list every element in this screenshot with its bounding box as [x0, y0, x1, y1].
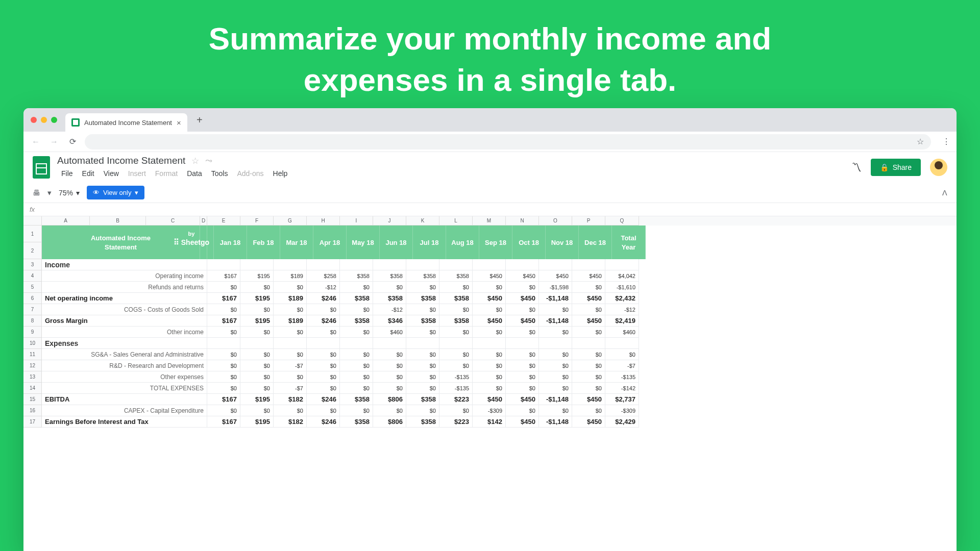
value-cell[interactable]: $0 — [506, 383, 539, 394]
column-header[interactable]: O — [539, 216, 572, 226]
month-header[interactable]: Nov 18 — [546, 226, 579, 259]
value-cell[interactable]: -$135 — [439, 371, 473, 383]
value-cell[interactable]: $450 — [539, 270, 572, 282]
value-cell[interactable]: $346 — [373, 315, 406, 327]
menu-addons[interactable]: Add-ons — [233, 167, 267, 180]
value-cell[interactable]: $182 — [274, 394, 307, 405]
value-cell[interactable]: $0 — [274, 304, 307, 315]
value-cell[interactable]: $0 — [340, 383, 373, 394]
value-cell[interactable]: $223 — [439, 416, 473, 428]
value-cell[interactable]: $0 — [340, 360, 373, 371]
row-label-cell[interactable]: Operating income — [42, 270, 207, 282]
value-cell[interactable]: $0 — [406, 349, 439, 360]
value-cell[interactable]: $0 — [307, 327, 340, 338]
browser-menu-button[interactable]: ⋮ — [942, 137, 950, 146]
empty-cell[interactable] — [506, 259, 539, 270]
close-window-button[interactable] — [31, 117, 37, 123]
value-cell[interactable]: $189 — [274, 293, 307, 304]
row-header[interactable]: 11 — [23, 349, 42, 360]
value-cell[interactable]: $0 — [373, 360, 406, 371]
value-cell[interactable]: -$1,148 — [539, 394, 572, 405]
menu-data[interactable]: Data — [183, 167, 206, 180]
empty-cell[interactable] — [406, 338, 439, 349]
column-header[interactable]: F — [240, 216, 274, 226]
value-cell[interactable]: $0 — [240, 304, 274, 315]
value-cell[interactable]: $460 — [605, 327, 639, 338]
row-label-cell[interactable]: Refunds and returns — [42, 282, 207, 293]
activity-icon[interactable]: 〽 — [851, 162, 862, 173]
value-cell[interactable]: $0 — [539, 360, 572, 371]
value-cell[interactable]: $0 — [207, 282, 240, 293]
value-cell[interactable]: $0 — [207, 304, 240, 315]
share-button[interactable]: 🔒 Share — [871, 159, 921, 176]
value-cell[interactable]: $0 — [506, 349, 539, 360]
value-cell[interactable]: $0 — [207, 327, 240, 338]
value-cell[interactable]: -$12 — [373, 304, 406, 315]
empty-cell[interactable] — [572, 259, 605, 270]
row-header[interactable]: 17 — [23, 416, 42, 428]
empty-cell[interactable] — [572, 338, 605, 349]
value-cell[interactable]: $167 — [207, 270, 240, 282]
month-header[interactable]: May 18 — [347, 226, 380, 259]
bookmark-star-icon[interactable]: ☆ — [917, 137, 924, 146]
column-header[interactable]: A — [42, 216, 90, 226]
value-cell[interactable]: $189 — [274, 270, 307, 282]
value-cell[interactable]: $450 — [506, 315, 539, 327]
value-cell[interactable]: $2,737 — [605, 394, 639, 405]
value-cell[interactable]: $0 — [439, 304, 473, 315]
value-cell[interactable]: $167 — [207, 394, 240, 405]
value-cell[interactable]: $0 — [307, 360, 340, 371]
value-cell[interactable]: $0 — [274, 282, 307, 293]
maximize-window-button[interactable] — [51, 117, 57, 123]
value-cell[interactable]: $4,042 — [605, 270, 639, 282]
value-cell[interactable]: $0 — [274, 349, 307, 360]
value-cell[interactable]: $358 — [406, 293, 439, 304]
value-cell[interactable]: $0 — [307, 349, 340, 360]
column-header[interactable]: Q — [605, 216, 639, 226]
value-cell[interactable]: $0 — [340, 282, 373, 293]
row-header[interactable]: 4 — [23, 270, 42, 282]
value-cell[interactable]: $0 — [373, 349, 406, 360]
value-cell[interactable]: $0 — [307, 371, 340, 383]
value-cell[interactable]: $0 — [506, 304, 539, 315]
value-cell[interactable]: $0 — [307, 383, 340, 394]
column-header[interactable]: J — [373, 216, 406, 226]
value-cell[interactable]: $2,429 — [605, 416, 639, 428]
value-cell[interactable]: $358 — [340, 270, 373, 282]
empty-cell[interactable] — [605, 338, 639, 349]
value-cell[interactable]: $0 — [274, 327, 307, 338]
row-label-cell[interactable]: SG&A - Sales General and Administrative — [42, 349, 207, 360]
value-cell[interactable]: $189 — [274, 315, 307, 327]
value-cell[interactable]: $0 — [572, 405, 605, 416]
row-label-cell[interactable]: COGS - Costs of Goods Sold — [42, 304, 207, 315]
row-header[interactable]: 7 — [23, 304, 42, 315]
value-cell[interactable]: $0 — [373, 282, 406, 293]
menu-file[interactable]: File — [57, 167, 77, 180]
value-cell[interactable]: $195 — [240, 315, 274, 327]
value-cell[interactable]: -$135 — [439, 383, 473, 394]
row-header[interactable]: 5 — [23, 282, 42, 293]
column-header[interactable]: B — [90, 216, 146, 226]
value-cell[interactable]: -$135 — [605, 371, 639, 383]
row-label-cell[interactable]: Other income — [42, 327, 207, 338]
column-header[interactable]: G — [274, 216, 307, 226]
month-header[interactable]: Apr 18 — [313, 226, 347, 259]
empty-cell[interactable] — [539, 259, 572, 270]
value-cell[interactable]: $0 — [506, 360, 539, 371]
column-header[interactable]: D — [200, 216, 207, 226]
column-header[interactable]: I — [340, 216, 373, 226]
value-cell[interactable]: $0 — [572, 282, 605, 293]
empty-cell[interactable] — [605, 259, 639, 270]
month-header[interactable]: Feb 18 — [247, 226, 280, 259]
value-cell[interactable]: $182 — [274, 416, 307, 428]
value-cell[interactable]: $0 — [373, 371, 406, 383]
value-cell[interactable]: $246 — [307, 394, 340, 405]
value-cell[interactable]: $167 — [207, 315, 240, 327]
value-cell[interactable]: $167 — [207, 293, 240, 304]
empty-cell[interactable] — [439, 338, 473, 349]
month-header[interactable]: Jan 18 — [214, 226, 247, 259]
empty-cell[interactable] — [406, 259, 439, 270]
value-cell[interactable]: $0 — [439, 349, 473, 360]
value-cell[interactable]: $246 — [307, 416, 340, 428]
row-header[interactable]: 1 — [23, 226, 42, 242]
